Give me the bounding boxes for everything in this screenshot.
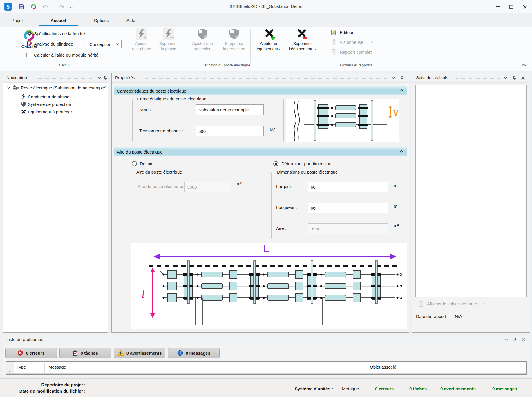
navigation-header: Navigation — [3, 73, 108, 83]
shielding-analysis-icon — [26, 40, 32, 46]
calc-output-box[interactable] — [415, 85, 527, 297]
add-phase-button: Ajouterune phase — [126, 41, 157, 52]
collapse-ribbon-icon[interactable] — [521, 64, 526, 66]
area-field-label: Aire du poste électrique : — [137, 184, 186, 189]
remove-equipment-button[interactable]: Supprimer l'équipement — [287, 41, 318, 52]
add-equipment-icon — [263, 28, 275, 40]
tree-node-phase-conductor[interactable]: Conducteur de phase — [21, 94, 69, 99]
navigation-panel: Navigation Poste électrique (Substation … — [3, 73, 108, 333]
navigation-drag-handle[interactable] — [35, 77, 96, 79]
area-input: 3960 — [184, 182, 230, 192]
calc-tracking-close-icon[interactable] — [520, 75, 526, 81]
problems-chevron-down-icon[interactable] — [504, 337, 509, 342]
tab-projet[interactable]: Projet — [6, 16, 29, 25]
status-errors-link[interactable]: 0 erreurs — [375, 386, 394, 391]
lightning-spec-gear-icon — [26, 30, 32, 36]
file-modified-date-label: Date de modification du fichier : — [4, 389, 86, 394]
problems-drag-handle[interactable] — [52, 338, 498, 341]
status-warnings-link[interactable]: 0 avertissements — [440, 386, 476, 391]
legacy-module-label: Calculer à l'aide du module hérité — [34, 53, 98, 57]
shielding-mode-value: Conception — [89, 42, 111, 47]
add-protection-icon — [197, 28, 208, 40]
column-divider[interactable] — [44, 363, 45, 373]
calc-tracking-chevron-down-icon[interactable] — [503, 75, 508, 81]
navigation-pin-icon[interactable] — [103, 75, 108, 81]
aire-label: Aire : — [276, 226, 286, 231]
tree-node-substation[interactable]: Poste électrique (Substation demo exampl… — [7, 85, 106, 91]
diagram-L-label: L — [263, 243, 269, 254]
calc-tracking-header: Suivi des calculs — [412, 73, 530, 83]
tab-options[interactable]: Options — [87, 16, 115, 25]
properties-chevron-down-icon[interactable] — [391, 75, 396, 81]
units-label: Système d'unités : — [295, 386, 333, 391]
tree-node-protected-equipment[interactable]: Équipement à protéger — [21, 109, 72, 114]
status-messages-link[interactable]: 0 messages — [492, 386, 517, 391]
maximize-button[interactable] — [504, 0, 518, 13]
ribbon-divider — [386, 28, 386, 68]
section-characteristics-bar: Caractéristiques du poste électrique — [114, 86, 407, 95]
legacy-module-checkbox[interactable] — [26, 53, 31, 57]
problems-pin-icon[interactable] — [512, 337, 517, 342]
name-input[interactable]: Substation demo example — [196, 104, 264, 115]
problems-header: Liste de problèmes — [3, 335, 530, 344]
remove-equipment-icon — [296, 28, 308, 40]
close-button[interactable] — [518, 0, 532, 13]
column-header-message[interactable]: Message — [48, 364, 66, 369]
problems-panel: Liste de problèmes 0 erreurs 0 tâches 0 … — [3, 335, 530, 376]
tab-accueil[interactable]: Accueil — [39, 16, 78, 25]
calc-tracking-title: Suivi des calculs — [416, 75, 448, 80]
voltage-input[interactable]: 500 — [196, 126, 264, 136]
lightning-spec-button[interactable]: Spécifications de la foudre — [34, 31, 85, 36]
units-value: Métrique — [342, 386, 359, 391]
navigation-chevron-down-icon[interactable] — [97, 75, 102, 81]
window-controls — [491, 0, 532, 13]
status-tasks-link[interactable]: 0 tâches — [409, 386, 427, 391]
remove-protection-icon — [228, 28, 240, 40]
problems-close-icon[interactable] — [521, 337, 526, 342]
tab-aide[interactable]: Aide — [122, 16, 140, 25]
tree-node-label: Poste électrique (Substation demo exampl… — [21, 85, 106, 90]
radio-determine-by-dimension[interactable] — [273, 161, 278, 166]
filter-warnings-button[interactable]: 0 avertissements — [114, 348, 165, 358]
ribbon-divider — [326, 28, 326, 68]
properties-pin-icon[interactable] — [399, 75, 405, 81]
minimize-button[interactable] — [491, 0, 504, 13]
length-input[interactable]: 66 — [308, 203, 388, 213]
show-output-file-chevron-icon — [484, 303, 486, 305]
editor-button[interactable]: Éditeur — [340, 30, 354, 35]
tasks-icon — [73, 350, 78, 356]
tree-expander-icon[interactable] — [7, 86, 10, 89]
section-characteristics-collapse-icon[interactable] — [399, 89, 404, 92]
name-label: Nom : — [139, 107, 151, 112]
remove-phase-icon — [163, 28, 174, 40]
calc-tracking-panel: Suivi des calculs Afficher le fichier de… — [412, 73, 530, 333]
column-divider[interactable] — [366, 363, 366, 373]
properties-header: Propriétés — [112, 73, 409, 83]
group-label-calcul: Calcul — [3, 63, 126, 67]
length-unit: m — [394, 204, 397, 209]
add-equipment-button[interactable]: Ajouter un équipement — [254, 41, 284, 52]
show-output-file-button: Afficher le fichier de sortie — [427, 301, 477, 306]
filter-errors-button[interactable]: 0 erreurs — [5, 348, 57, 358]
calc-tracking-pin-icon[interactable] — [512, 75, 517, 81]
group-label-files: Fichiers et rapports — [326, 63, 386, 67]
calc-tracking-drag-handle[interactable] — [456, 77, 500, 79]
properties-drag-handle[interactable] — [144, 77, 387, 79]
full-report-icon — [331, 49, 337, 55]
filter-messages-button[interactable]: 0 messages — [168, 348, 220, 358]
diagram-l-label: l — [142, 288, 145, 300]
properties-title: Propriétés — [115, 75, 135, 80]
column-header-type[interactable]: Type — [17, 364, 26, 369]
filter-tasks-button[interactable]: 0 tâches — [59, 348, 111, 358]
shielding-analysis-label: Analyse du blindage : — [34, 41, 75, 46]
protected-equipment-icon — [21, 109, 26, 114]
shielding-mode-select[interactable]: Conception — [87, 40, 122, 48]
radio-define[interactable] — [132, 161, 137, 166]
tree-node-protection-system[interactable]: Système de protection — [21, 102, 71, 107]
ribbon: Calculer Spécifications de la foudre Ana… — [0, 27, 532, 71]
aire-input: 3960 — [308, 223, 388, 234]
column-header-object[interactable]: Objet associé — [370, 364, 396, 369]
section-area-collapse-icon[interactable] — [399, 150, 404, 153]
width-input[interactable]: 60 — [308, 182, 388, 192]
app-window: S SESShield-2D - SL_Substation Demo Proj… — [0, 0, 532, 397]
